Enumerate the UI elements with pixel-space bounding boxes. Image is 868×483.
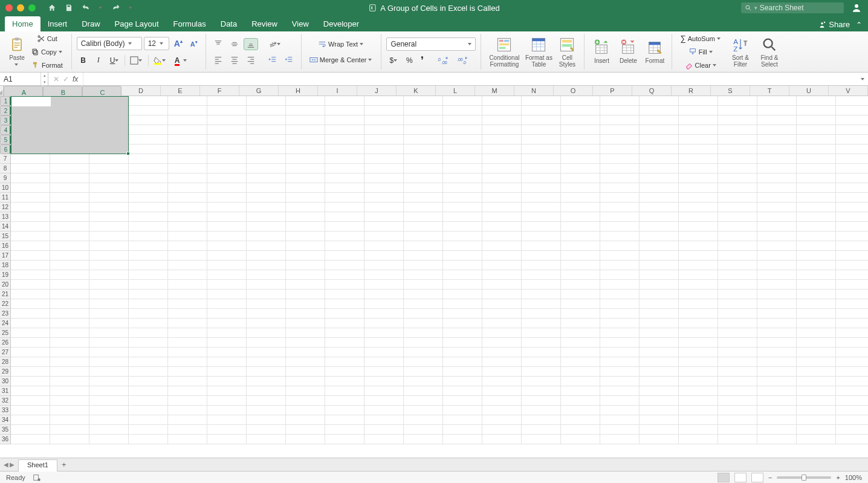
cell[interactable] [443, 222, 482, 232]
cell[interactable] [129, 232, 168, 241]
cell[interactable] [286, 357, 325, 367]
cell[interactable] [836, 212, 868, 222]
sort-filter-button[interactable]: AZ Sort & Filter [727, 36, 754, 68]
cell[interactable] [718, 106, 757, 115]
cell[interactable] [718, 396, 757, 406]
cell[interactable] [600, 280, 640, 290]
cell[interactable] [286, 193, 325, 203]
redo-icon[interactable] [112, 4, 120, 12]
sheet-nav-prev[interactable]: ◀ [4, 461, 8, 468]
cell[interactable] [50, 115, 89, 125]
enter-formula-icon[interactable]: ✓ [63, 75, 69, 83]
cell[interactable] [404, 222, 443, 232]
cell[interactable] [89, 232, 129, 241]
cell[interactable] [443, 203, 482, 212]
cell[interactable] [679, 106, 718, 115]
cell[interactable] [482, 386, 522, 396]
cell[interactable] [836, 222, 868, 232]
cell[interactable] [207, 261, 247, 270]
row-header[interactable]: 30 [0, 377, 11, 386]
cell[interactable] [364, 406, 404, 415]
row-header[interactable]: 14 [0, 222, 11, 232]
cell[interactable] [600, 96, 640, 106]
cell[interactable] [364, 290, 404, 299]
cell[interactable] [129, 425, 168, 435]
cell[interactable] [247, 319, 286, 328]
cell[interactable] [325, 309, 364, 319]
cell[interactable] [168, 241, 207, 251]
cell[interactable] [89, 425, 129, 435]
cell[interactable] [247, 377, 286, 386]
cell[interactable] [640, 173, 679, 183]
cell[interactable] [168, 203, 207, 212]
cell[interactable] [168, 396, 207, 406]
cell[interactable] [168, 377, 207, 386]
cell[interactable] [89, 96, 129, 106]
cell[interactable] [836, 193, 868, 203]
tab-data[interactable]: Data [213, 16, 244, 31]
cell[interactable] [11, 319, 50, 328]
cell[interactable] [129, 106, 168, 115]
cell[interactable] [207, 203, 247, 212]
cell[interactable] [482, 280, 522, 290]
cell[interactable] [443, 357, 482, 367]
cell[interactable] [50, 135, 89, 144]
paste-dropdown[interactable] [15, 62, 19, 67]
cell[interactable] [325, 173, 364, 183]
cell[interactable] [364, 164, 404, 173]
cell[interactable] [89, 241, 129, 251]
number-format-select[interactable]: General [386, 37, 476, 51]
cell[interactable] [247, 135, 286, 144]
cell[interactable] [168, 425, 207, 435]
cell[interactable] [129, 251, 168, 261]
cell[interactable] [718, 144, 757, 154]
cell[interactable] [757, 183, 797, 193]
cell[interactable] [522, 386, 561, 396]
cell[interactable] [600, 367, 640, 377]
cell[interactable] [600, 328, 640, 338]
column-header[interactable]: N [514, 86, 554, 96]
cell[interactable] [718, 154, 757, 164]
cell[interactable] [797, 377, 836, 386]
user-icon[interactable] [851, 2, 862, 13]
copy-dropdown[interactable] [59, 50, 63, 54]
cell[interactable] [522, 173, 561, 183]
increase-decimal-button[interactable]: .0.00 [434, 54, 452, 66]
cell[interactable] [11, 406, 50, 415]
cell[interactable] [718, 270, 757, 280]
cell[interactable] [600, 232, 640, 241]
cell[interactable] [168, 144, 207, 154]
percent-button[interactable]: % [403, 54, 416, 66]
cell[interactable] [89, 173, 129, 183]
cell[interactable] [89, 377, 129, 386]
cell[interactable] [247, 435, 286, 444]
cell[interactable] [404, 377, 443, 386]
cell[interactable] [129, 290, 168, 299]
cell[interactable] [129, 299, 168, 309]
name-box[interactable]: A1 ▴▾ [0, 73, 48, 85]
italic-button[interactable]: I [92, 54, 105, 66]
cell[interactable] [404, 367, 443, 377]
cell[interactable] [797, 96, 836, 106]
cell[interactable] [797, 125, 836, 135]
cell[interactable] [600, 299, 640, 309]
cell[interactable] [404, 406, 443, 415]
cell[interactable] [600, 338, 640, 348]
row-header[interactable]: 1 [0, 96, 11, 106]
cell[interactable] [89, 406, 129, 415]
cell[interactable] [286, 425, 325, 435]
column-header[interactable]: D [121, 86, 161, 96]
cell[interactable] [207, 241, 247, 251]
cell[interactable] [129, 212, 168, 222]
row-header[interactable]: 31 [0, 386, 11, 396]
cell[interactable] [561, 106, 600, 115]
cell[interactable] [757, 193, 797, 203]
cell[interactable] [561, 367, 600, 377]
cells-area[interactable] [11, 96, 868, 458]
cell[interactable] [482, 212, 522, 222]
cell[interactable] [757, 261, 797, 270]
cell[interactable] [718, 173, 757, 183]
cell[interactable] [286, 406, 325, 415]
cell[interactable] [325, 386, 364, 396]
cell[interactable] [11, 309, 50, 319]
